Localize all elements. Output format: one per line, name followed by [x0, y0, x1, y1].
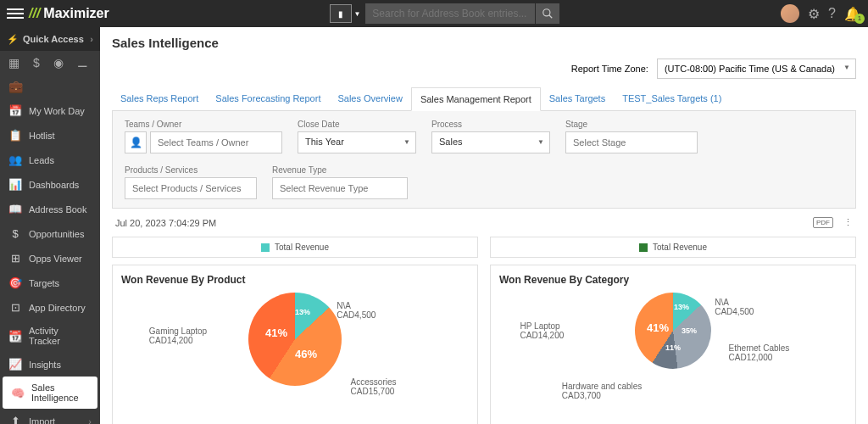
nav-icon: 🎯 — [8, 276, 22, 289]
chart-card: Won Revenue By Product41%46%13%N\ACAD4,5… — [112, 265, 478, 424]
stage-label: Stage — [565, 120, 698, 129]
sidebar-item-import[interactable]: ⬆Import› — [0, 409, 100, 424]
sidebar-item-leads[interactable]: 👥Leads — [0, 148, 100, 172]
nav-label: Opps Viewer — [29, 254, 82, 264]
address-book-icon[interactable]: ▮ — [330, 4, 352, 23]
nav-label: Import — [29, 416, 55, 425]
sidebar-item-insights[interactable]: 📈Insights — [0, 352, 100, 377]
sidebar-item-my-work-day[interactable]: 📅My Work Day — [0, 98, 100, 123]
dropdown-icon[interactable]: ▼ — [353, 10, 360, 18]
nav-label: Insights — [29, 360, 61, 370]
tab-sales-overview[interactable]: Sales Overview — [329, 87, 410, 110]
nav-label: Address Book — [29, 204, 86, 215]
pie-chart: 13%35%11%41% — [635, 293, 711, 369]
pdf-button[interactable]: PDF — [813, 217, 833, 228]
logo-icon: /// — [29, 6, 40, 21]
quick-access-label: Quick Access — [23, 34, 84, 44]
sidebar-item-activity-tracker[interactable]: 📆Activity Tracker — [0, 320, 100, 352]
chart-card: Won Revenue By Category13%35%11%41%N\ACA… — [490, 265, 856, 424]
tab-sales-forecasting-report[interactable]: Sales Forecasting Report — [207, 87, 329, 110]
sidebar-item-app-directory[interactable]: ⊡App Directory — [0, 295, 100, 320]
svg-point-0 — [543, 9, 550, 16]
owner-icon[interactable]: 👤 — [125, 131, 147, 153]
nav-icon: 📈 — [8, 358, 22, 371]
quick-icons-2: 💼 — [0, 75, 100, 98]
bell-icon[interactable]: 🔔1 — [844, 6, 861, 22]
sidebar-item-opps-viewer[interactable]: ⊞Opps Viewer — [0, 246, 100, 271]
close-date-select[interactable]: This Year — [298, 131, 416, 153]
sidebar-item-targets[interactable]: 🎯Targets — [0, 271, 100, 295]
legend-swatch — [261, 243, 270, 252]
tab-sales-targets[interactable]: Sales Targets — [541, 87, 614, 110]
nav-label: Sales Intelligence — [31, 382, 89, 403]
close-date-label: Close Date — [298, 120, 416, 129]
svg-line-1 — [549, 15, 553, 19]
nav-icon: ⊡ — [8, 301, 22, 314]
notif-badge: 1 — [854, 14, 865, 24]
tab-sales-management-report[interactable]: Sales Management Report — [411, 87, 541, 111]
revenue-type-label: Revenue Type — [272, 165, 408, 175]
tab-sales-reps-report[interactable]: Sales Reps Report — [112, 87, 207, 110]
avatar[interactable] — [781, 4, 799, 23]
sidebar-item-opportunities[interactable]: $Opportunities — [0, 221, 100, 246]
timestamp: Jul 20, 2023 7:04:29 PM — [115, 218, 216, 228]
building-icon[interactable]: ▦ — [8, 56, 19, 70]
page-title: Sales Intelligence — [112, 36, 856, 50]
sidebar: ⚡ Quick Access › ▦ $ ◉ ⚊ 💼 📅My Work Day📋… — [0, 27, 100, 424]
nav-icon: 👥 — [8, 153, 22, 166]
top-bar: /// Maximizer ▮ ▼ ⚙ ? 🔔1 — [0, 0, 868, 27]
search-input[interactable] — [365, 3, 535, 24]
nav-icon: 📅 — [8, 104, 22, 117]
more-icon[interactable]: ⋮ — [843, 217, 853, 228]
nav-icon: ⬆ — [8, 415, 22, 424]
brand-name: Maximizer — [43, 6, 108, 21]
nav-label: My Work Day — [29, 106, 85, 116]
briefcase-icon[interactable]: 💼 — [8, 80, 23, 93]
nav-icon: ⊞ — [8, 252, 22, 265]
binoculars-icon[interactable]: ⚊ — [77, 56, 88, 70]
nav-icon: 📆 — [8, 330, 22, 343]
products-input[interactable] — [125, 177, 257, 199]
products-label: Products / Services — [125, 165, 257, 175]
nav-icon: 🧠 — [11, 387, 25, 399]
chart-title: Won Revenue By Category — [499, 274, 847, 286]
filters-panel: Teams / Owner 👤 Close Date This Year Pro… — [112, 111, 856, 209]
sidebar-item-sales-intelligence[interactable]: 🧠Sales Intelligence — [3, 377, 97, 409]
process-select[interactable]: Sales — [431, 131, 550, 153]
nav-label: Hotlist — [29, 131, 55, 141]
timezone-label: Report Time Zone: — [571, 64, 648, 74]
chevron-right-icon: › — [90, 34, 93, 44]
nav-icon: $ — [8, 227, 22, 240]
bolt-icon: ⚡ — [7, 34, 19, 45]
nav-label: Dashboards — [29, 180, 79, 190]
help-icon[interactable]: ? — [828, 6, 836, 21]
quick-icons: ▦ $ ◉ ⚊ — [0, 51, 100, 75]
nav-icon: 📋 — [8, 129, 22, 142]
legend-total-revenue-2: Total Revenue — [490, 237, 856, 258]
nav-label: Targets — [29, 278, 59, 288]
nav-label: Opportunities — [29, 229, 84, 239]
quick-access[interactable]: ⚡ Quick Access › — [0, 27, 100, 51]
teams-input[interactable] — [150, 131, 282, 153]
tabs: Sales Reps ReportSales Forecasting Repor… — [112, 87, 856, 111]
nav-label: Leads — [29, 155, 54, 165]
legend-swatch — [639, 243, 648, 252]
camera-icon[interactable]: ◉ — [53, 56, 64, 70]
sidebar-item-hotlist[interactable]: 📋Hotlist — [0, 123, 100, 148]
sidebar-item-address-book[interactable]: 📖Address Book — [0, 197, 100, 221]
nav-icon: 📖 — [8, 203, 22, 215]
revenue-type-input[interactable] — [272, 177, 408, 199]
process-label: Process — [431, 120, 550, 129]
gear-icon[interactable]: ⚙ — [808, 6, 820, 22]
tab-test-sales-targets-1-[interactable]: TEST_Sales Targets (1) — [614, 87, 730, 110]
hamburger-icon[interactable] — [7, 6, 24, 21]
dollar-icon[interactable]: $ — [33, 56, 40, 70]
nav-icon: 📊 — [8, 178, 22, 191]
nav-label: Activity Tracker — [29, 326, 92, 346]
timezone-select[interactable]: (UTC-08:00) Pacific Time (US & Canada) — [657, 59, 856, 79]
sidebar-item-dashboards[interactable]: 📊Dashboards — [0, 172, 100, 197]
legend-total-revenue-1: Total Revenue — [112, 237, 478, 258]
nav-label: App Directory — [29, 303, 86, 313]
stage-input[interactable] — [565, 131, 698, 153]
search-button[interactable] — [536, 3, 559, 24]
